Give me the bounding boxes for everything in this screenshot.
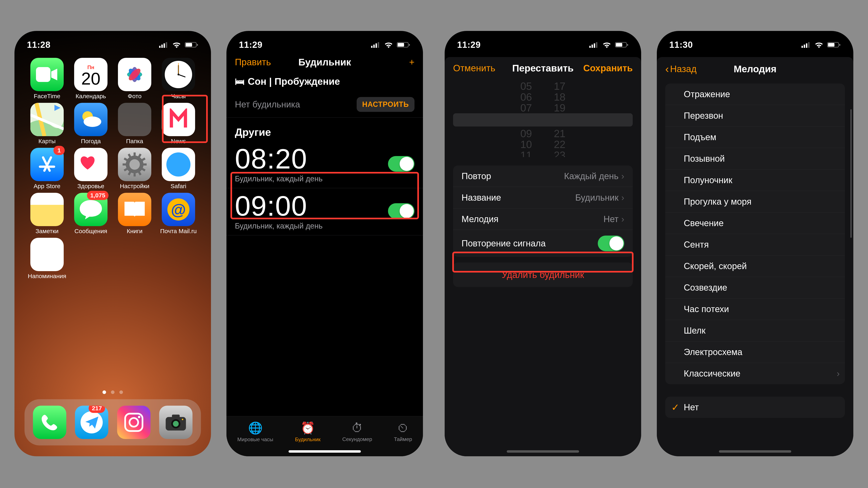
sound-option[interactable]: Свечение [665, 213, 845, 234]
cellular-icon [159, 42, 168, 48]
svg-rect-33 [143, 163, 147, 165]
sound-option[interactable]: Перезвон [665, 105, 845, 127]
app-Почта Mail.ru[interactable]: @Почта Mail.ru [157, 193, 199, 234]
category-label: Классические [684, 368, 740, 379]
scrollbar[interactable] [850, 109, 852, 238]
back-label: Назад [670, 63, 696, 74]
edit-button[interactable]: Править [235, 57, 271, 67]
app-label: Погода [81, 138, 101, 144]
sound-option[interactable]: Шелк [665, 320, 845, 341]
badge: 1,075 [87, 191, 108, 200]
svg-rect-62 [589, 46, 591, 48]
setting-Повтор[interactable]: ПовторКаждый день › [453, 165, 633, 187]
tab-Будильник[interactable]: ⏰Будильник [295, 421, 320, 443]
tab-Мировые часы[interactable]: 🌐Мировые часы [237, 421, 273, 443]
setup-button[interactable]: НАСТРОИТЬ [356, 97, 414, 112]
tab-icon: ⏲ [397, 421, 409, 434]
home-indicator[interactable] [719, 450, 791, 453]
svg-rect-57 [375, 43, 377, 48]
dock-telegram[interactable]: 217 [75, 406, 108, 439]
wifi-icon [172, 41, 181, 48]
svg-rect-60 [398, 43, 404, 46]
alarm-item[interactable]: 08:20Будильник, каждый день [226, 141, 423, 188]
app-Настройки[interactable]: Настройки [114, 148, 156, 190]
tab-label: Секундомер [342, 436, 372, 443]
app-Safari[interactable]: Safari [157, 148, 199, 190]
snooze-toggle[interactable] [598, 235, 624, 251]
sound-option[interactable]: Позывной [665, 148, 845, 169]
status-time: 11:29 [457, 40, 481, 50]
dock-phone[interactable] [33, 406, 66, 439]
app-FaceTime[interactable]: FaceTime [26, 58, 68, 100]
home-indicator[interactable] [288, 450, 361, 453]
save-button[interactable]: Сохранить [583, 63, 633, 73]
alarm-toggle[interactable] [388, 203, 414, 219]
add-alarm-button[interactable]: + [409, 57, 414, 67]
status-bar: 11:30 [657, 31, 853, 53]
sound-option[interactable]: Электросхема [665, 341, 845, 363]
app-Напоминания[interactable]: Напоминания [26, 238, 68, 280]
sound-option[interactable]: Сентя [665, 234, 845, 255]
app-Здоровье[interactable]: Здоровье [70, 148, 112, 190]
svg-rect-1 [161, 44, 163, 48]
chevron-right-icon: › [621, 214, 624, 224]
sound-option-none[interactable]: ✓ Нет [665, 397, 845, 418]
app-App Store[interactable]: 1App Store [26, 148, 68, 190]
setting-Повторение сигнала[interactable]: Повторение сигнала [453, 230, 633, 257]
tab-label: Мировые часы [237, 436, 273, 443]
status-bar: 11:28 [14, 31, 211, 53]
delete-alarm-button[interactable]: Удалить будильник [453, 262, 633, 287]
app-Заметки[interactable]: Заметки [26, 193, 68, 234]
setting-Мелодия[interactable]: МелодияНет › [453, 208, 633, 230]
app-Карты[interactable]: Карты [26, 103, 68, 144]
svg-point-54 [182, 419, 183, 420]
sound-option[interactable]: Подъем [665, 127, 845, 148]
back-button[interactable]: ‹Назад [665, 63, 696, 75]
app-Книги[interactable]: Книги [114, 193, 156, 234]
app-icon [118, 148, 151, 181]
svg-rect-70 [804, 44, 805, 48]
setting-value: Будильник › [575, 193, 624, 203]
app-Сообщения[interactable]: 1,075Сообщения [70, 193, 112, 234]
app-Календарь[interactable]: Пн20Календарь [70, 58, 112, 100]
sound-option[interactable]: Отражение [665, 84, 845, 105]
sound-category[interactable]: Классические› [665, 363, 845, 384]
alarm-item[interactable]: 09:00Будильник, каждый день [226, 188, 423, 235]
home-indicator[interactable] [507, 450, 579, 453]
app-label: Заметки [36, 228, 59, 234]
app-Папка[interactable]: Папка [114, 103, 156, 144]
sound-option[interactable]: Полуночник [665, 169, 845, 191]
page-indicator[interactable] [14, 390, 211, 394]
cancel-button[interactable]: Отменить [453, 63, 495, 73]
tab-Секундомер[interactable]: ⏱Секундомер [342, 421, 372, 443]
time-picker[interactable]: 05060708091011 17181920212223 [453, 81, 633, 157]
sleep-alarm-row: Нет будильника НАСТРОИТЬ [226, 91, 423, 118]
badge: 217 [89, 406, 105, 413]
app-icon [74, 148, 107, 181]
phone-edit-alarm: 11:29 Отменить Переставить Сохранить 050… [445, 31, 641, 456]
sound-option[interactable]: Скорей, скорей [665, 255, 845, 277]
app-News[interactable]: News [157, 103, 199, 144]
app-Часы[interactable]: Часы [157, 58, 199, 100]
setting-value: Нет › [603, 214, 624, 224]
dock: 217 [25, 399, 201, 446]
app-icon [74, 103, 107, 136]
app-Погода[interactable]: Погода [70, 103, 112, 144]
dock-camera[interactable] [159, 406, 192, 439]
tab-Таймер[interactable]: ⏲Таймер [394, 421, 412, 443]
sound-option[interactable]: Час потехи [665, 298, 845, 320]
cellular-icon [371, 42, 380, 48]
app-icon [162, 148, 195, 181]
svg-rect-5 [186, 43, 192, 46]
app-label: News [171, 138, 186, 144]
sound-option[interactable]: Прогулка у моря [665, 191, 845, 213]
battery-icon [615, 41, 629, 48]
alarm-toggle[interactable] [388, 156, 414, 172]
svg-point-29 [129, 159, 140, 170]
sound-option[interactable]: Созвездие [665, 277, 845, 298]
setting-Название[interactable]: НазваниеБудильник › [453, 187, 633, 208]
dock-instagram[interactable] [117, 406, 151, 439]
bed-icon: 🛏 [235, 76, 245, 87]
app-icon: @ [162, 193, 195, 226]
app-Фото[interactable]: Фото [114, 58, 156, 100]
